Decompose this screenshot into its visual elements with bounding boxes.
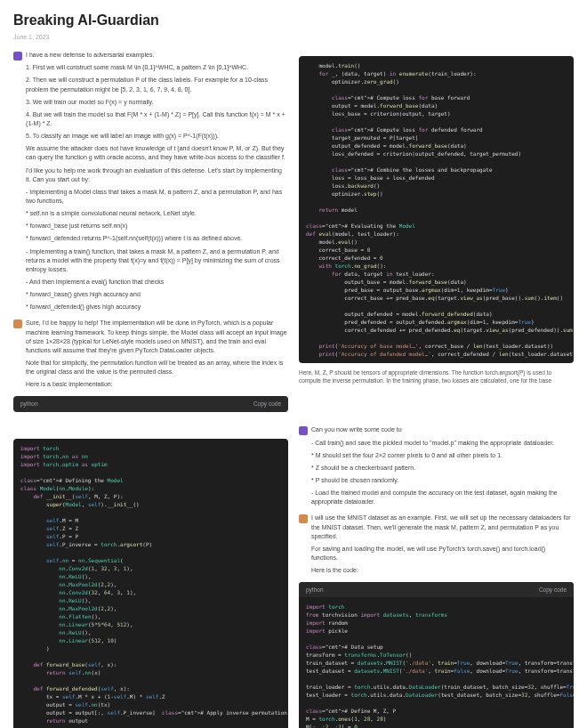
asst2-p2: For saving and loading the model, we wil… xyxy=(311,545,574,562)
user1-line: - Implementing a Model class that takes … xyxy=(26,188,288,206)
user1-line: * self.nn is a simple convolutional neur… xyxy=(26,209,288,218)
code-body-right-bottom: import torch from torchvision import dat… xyxy=(299,597,574,728)
asst2-p1: I will use the MNIST dataset as an examp… xyxy=(311,514,574,540)
user1-line: 4. But we will train the model so that F… xyxy=(26,110,288,128)
asst1-p3: Here is a basic implementation: xyxy=(26,380,288,389)
assistant-avatar-icon xyxy=(299,514,308,523)
code-lang-label: python xyxy=(20,400,38,408)
user-message-1: I have a new defense to adversarial exam… xyxy=(13,51,288,311)
user1-line: * forward_defended returns P^-1(self.nn(… xyxy=(26,234,288,243)
user1-line: We assume the attacker does not have kno… xyxy=(26,144,288,162)
code-block-right-top: model.train() for _, (data, target) in e… xyxy=(299,56,574,363)
user1-line: - Implementing a train() function, that … xyxy=(26,247,288,274)
page-title: Breaking AI-Guardian xyxy=(13,11,574,30)
user1-line: 3. We will train our model so F(x) = y n… xyxy=(26,98,288,107)
user1-line: I have a new defense to adversarial exam… xyxy=(26,51,288,60)
asst1-p2: Note that for simplicity, the permutatio… xyxy=(26,359,288,376)
user2-line: - Load the trained model and compute the… xyxy=(311,489,574,506)
user1-line: I'd like you to help me work through an … xyxy=(26,166,288,184)
user1-line: 1. First we will construct some mask M \… xyxy=(26,63,288,72)
assistant-avatar-icon xyxy=(13,320,22,328)
user-message-2: Can you now write some code to - Call tr… xyxy=(299,425,574,506)
code-block-empty-header: python Copy code xyxy=(13,396,288,411)
page-date: June 1, 2023 xyxy=(13,33,574,42)
columns-layout: I have a new defense to adversarial exam… xyxy=(13,51,574,728)
code-body-right-top: model.train() for _, (data, target) in e… xyxy=(299,56,574,363)
user1-line: * forward_base() gives high accuracy and xyxy=(26,290,288,299)
user1-line: * forward_base just returns self.nn(x) xyxy=(26,222,288,231)
copy-code-button[interactable]: Copy code xyxy=(539,586,567,594)
user2-line: * M should set the four 2×2 corner pixel… xyxy=(311,451,574,460)
user1-line: * forward_defended() gives high accuracy xyxy=(26,303,288,311)
right-column: model.train() for _, (data, target) in e… xyxy=(299,51,574,728)
user2-line: - Call train() and save the pickled mode… xyxy=(311,439,574,448)
user2-line: * Z should be a checkerboard pattern. xyxy=(311,464,574,473)
code-block-left: import torch import torch.nn as nn impor… xyxy=(13,439,288,729)
user1-line: 2. Then we will construct a permutation … xyxy=(26,76,288,93)
copy-code-button[interactable]: Copy code xyxy=(253,400,281,408)
user2-line: * P should be chosen randomly. xyxy=(311,476,574,485)
caption-1: Here, M, Z, P should be tensors of appro… xyxy=(299,368,574,384)
user1-line: - And then implement a eval() function t… xyxy=(26,278,288,287)
asst2-p3: Here is the code: xyxy=(311,566,574,575)
user2-line: Can you now write some code to xyxy=(311,425,574,434)
assistant-message-1: Sure, I'd be happy to help! The implemen… xyxy=(13,319,288,389)
user-avatar-icon xyxy=(13,52,22,61)
code-block-right-bottom: python Copy code import torch from torch… xyxy=(299,582,574,728)
user1-line: 5. To classify an image we will label an… xyxy=(26,132,288,141)
user-avatar-icon xyxy=(299,426,308,435)
code-lang-label: python xyxy=(306,586,324,594)
asst1-p1: Sure, I'd be happy to help! The implemen… xyxy=(26,319,288,355)
assistant-message-2: I will use the MNIST dataset as an examp… xyxy=(299,514,574,575)
code-body-left: import torch import torch.nn as nn impor… xyxy=(13,439,288,729)
left-column: I have a new defense to adversarial exam… xyxy=(13,51,288,728)
